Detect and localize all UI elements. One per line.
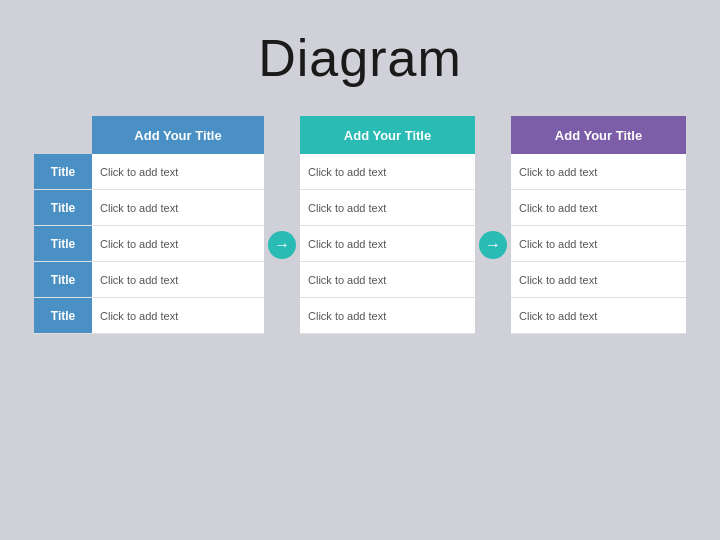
row-content[interactable]: Click to add text (300, 190, 475, 225)
arrow-icon-2: → (479, 231, 507, 259)
row-content[interactable]: Click to add text (92, 190, 264, 225)
row-content[interactable]: Click to add text (300, 226, 475, 261)
arrow-gap-2: → (475, 191, 511, 259)
row-content[interactable]: Click to add text (300, 298, 475, 333)
table-row: Title Click to add text (34, 226, 264, 262)
row-label[interactable]: Title (34, 226, 92, 261)
arrow-icon-1: → (268, 231, 296, 259)
table-row: Click to add text (511, 226, 686, 262)
table-row: Click to add text (300, 190, 475, 226)
table-row: Title Click to add text (34, 262, 264, 298)
row-content[interactable]: Click to add text (92, 262, 264, 297)
arrow-gap-1: → (264, 191, 300, 259)
row-label[interactable]: Title (34, 190, 92, 225)
row-content[interactable]: Click to add text (511, 262, 686, 297)
table-left: Add Your Title Title Click to add text T… (34, 116, 264, 334)
row-content[interactable]: Click to add text (511, 226, 686, 261)
row-label[interactable]: Title (34, 262, 92, 297)
table-row: Title Click to add text (34, 190, 264, 226)
table-middle: Add Your Title Click to add text Click t… (300, 116, 475, 334)
table-row: Click to add text (300, 226, 475, 262)
row-content[interactable]: Click to add text (300, 262, 475, 297)
table-row: Title Click to add text (34, 154, 264, 190)
row-content[interactable]: Click to add text (511, 190, 686, 225)
row-content[interactable]: Click to add text (511, 298, 686, 333)
row-content[interactable]: Click to add text (92, 298, 264, 333)
row-label[interactable]: Title (34, 154, 92, 189)
page-title: Diagram (258, 28, 462, 88)
row-label[interactable]: Title (34, 298, 92, 333)
table-row: Click to add text (300, 298, 475, 334)
row-content[interactable]: Click to add text (511, 154, 686, 189)
table-right: Add Your Title Click to add text Click t… (511, 116, 686, 334)
row-content[interactable]: Click to add text (92, 226, 264, 261)
row-content[interactable]: Click to add text (92, 154, 264, 189)
row-content[interactable]: Click to add text (300, 154, 475, 189)
header-right[interactable]: Add Your Title (511, 116, 686, 154)
table-row: Click to add text (511, 298, 686, 334)
header-left[interactable]: Add Your Title (92, 116, 264, 154)
table-row: Click to add text (511, 154, 686, 190)
diagram-container: Add Your Title Title Click to add text T… (34, 116, 686, 334)
table-row: Click to add text (300, 262, 475, 298)
table-row: Click to add text (511, 262, 686, 298)
table-row: Click to add text (511, 190, 686, 226)
header-middle[interactable]: Add Your Title (300, 116, 475, 154)
table-row: Title Click to add text (34, 298, 264, 334)
table-row: Click to add text (300, 154, 475, 190)
